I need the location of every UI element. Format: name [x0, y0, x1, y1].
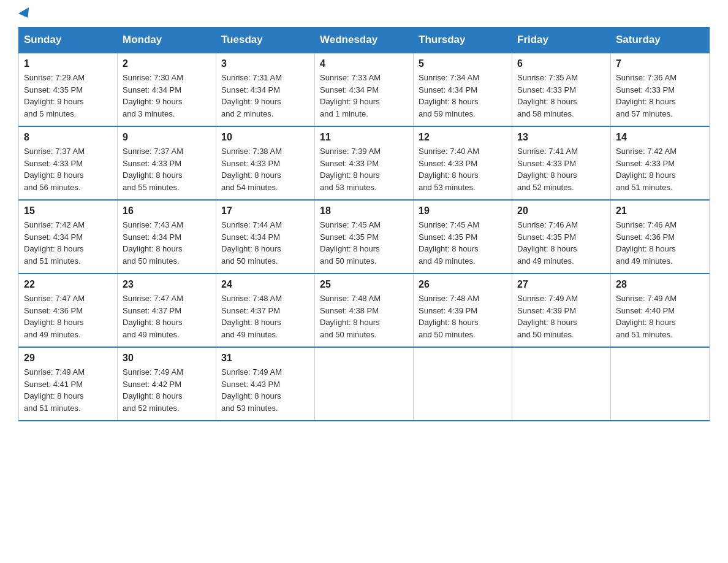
calendar-cell: 15Sunrise: 7:42 AMSunset: 4:34 PMDayligh…: [19, 200, 118, 274]
day-number: 26: [419, 279, 507, 290]
calendar-cell: 12Sunrise: 7:40 AMSunset: 4:33 PMDayligh…: [414, 126, 512, 200]
day-number: 16: [123, 205, 211, 216]
calendar-cell: 10Sunrise: 7:38 AMSunset: 4:33 PMDayligh…: [216, 126, 315, 200]
calendar-cell: [512, 347, 611, 421]
day-number: 6: [517, 58, 605, 69]
calendar-cell: 2Sunrise: 7:30 AMSunset: 4:34 PMDaylight…: [118, 53, 216, 126]
day-number: 14: [616, 132, 704, 143]
day-info: Sunrise: 7:43 AMSunset: 4:34 PMDaylight:…: [123, 219, 211, 267]
day-number: 7: [616, 58, 704, 69]
day-number: 12: [419, 132, 507, 143]
day-info: Sunrise: 7:48 AMSunset: 4:38 PMDaylight:…: [320, 293, 408, 340]
day-number: 28: [616, 279, 704, 290]
day-number: 30: [123, 353, 211, 364]
day-info: Sunrise: 7:36 AMSunset: 4:33 PMDaylight:…: [616, 72, 704, 120]
day-info: Sunrise: 7:45 AMSunset: 4:35 PMDaylight:…: [419, 219, 507, 267]
calendar-cell: 14Sunrise: 7:42 AMSunset: 4:33 PMDayligh…: [611, 126, 710, 200]
day-info: Sunrise: 7:49 AMSunset: 4:40 PMDaylight:…: [616, 293, 704, 340]
day-info: Sunrise: 7:47 AMSunset: 4:37 PMDaylight:…: [123, 293, 211, 340]
day-info: Sunrise: 7:42 AMSunset: 4:34 PMDaylight:…: [24, 219, 112, 267]
calendar-cell: 4Sunrise: 7:33 AMSunset: 4:34 PMDaylight…: [315, 53, 414, 126]
day-info: Sunrise: 7:49 AMSunset: 4:43 PMDaylight:…: [221, 366, 309, 414]
calendar-cell: 19Sunrise: 7:45 AMSunset: 4:35 PMDayligh…: [414, 200, 512, 274]
day-number: 18: [320, 205, 408, 216]
day-number: 5: [419, 58, 507, 69]
day-number: 22: [24, 279, 112, 290]
day-number: 31: [221, 353, 309, 364]
calendar-cell: [414, 347, 512, 421]
week-row-5: 29Sunrise: 7:49 AMSunset: 4:41 PMDayligh…: [19, 347, 710, 421]
col-header-saturday: Saturday: [611, 28, 710, 53]
day-info: Sunrise: 7:33 AMSunset: 4:34 PMDaylight:…: [320, 72, 408, 120]
day-info: Sunrise: 7:37 AMSunset: 4:33 PMDaylight:…: [24, 145, 112, 193]
day-info: Sunrise: 7:40 AMSunset: 4:33 PMDaylight:…: [419, 145, 507, 193]
day-info: Sunrise: 7:47 AMSunset: 4:36 PMDaylight:…: [24, 293, 112, 340]
calendar-cell: 9Sunrise: 7:37 AMSunset: 4:33 PMDaylight…: [118, 126, 216, 200]
day-number: 13: [517, 132, 605, 143]
calendar-cell: 21Sunrise: 7:46 AMSunset: 4:36 PMDayligh…: [611, 200, 710, 274]
day-number: 1: [24, 58, 112, 69]
calendar-cell: 30Sunrise: 7:49 AMSunset: 4:42 PMDayligh…: [118, 347, 216, 421]
day-number: 20: [517, 205, 605, 216]
day-number: 10: [221, 132, 309, 143]
day-number: 17: [221, 205, 309, 216]
calendar-cell: 18Sunrise: 7:45 AMSunset: 4:35 PMDayligh…: [315, 200, 414, 274]
calendar-cell: 11Sunrise: 7:39 AMSunset: 4:33 PMDayligh…: [315, 126, 414, 200]
calendar-cell: 22Sunrise: 7:47 AMSunset: 4:36 PMDayligh…: [19, 274, 118, 347]
day-info: Sunrise: 7:48 AMSunset: 4:37 PMDaylight:…: [221, 293, 309, 340]
calendar-cell: 16Sunrise: 7:43 AMSunset: 4:34 PMDayligh…: [118, 200, 216, 274]
col-header-sunday: Sunday: [19, 28, 118, 53]
calendar-cell: 28Sunrise: 7:49 AMSunset: 4:40 PMDayligh…: [611, 274, 710, 347]
col-header-wednesday: Wednesday: [315, 28, 414, 53]
week-row-3: 15Sunrise: 7:42 AMSunset: 4:34 PMDayligh…: [19, 200, 710, 274]
day-info: Sunrise: 7:49 AMSunset: 4:39 PMDaylight:…: [517, 293, 605, 340]
day-number: 2: [123, 58, 211, 69]
day-number: 11: [320, 132, 408, 143]
col-header-monday: Monday: [118, 28, 216, 53]
header-row: SundayMondayTuesdayWednesdayThursdayFrid…: [19, 28, 710, 53]
logo-triangle-icon: [18, 7, 33, 21]
day-info: Sunrise: 7:29 AMSunset: 4:35 PMDaylight:…: [24, 72, 112, 120]
calendar-cell: 26Sunrise: 7:48 AMSunset: 4:39 PMDayligh…: [414, 274, 512, 347]
day-info: Sunrise: 7:49 AMSunset: 4:41 PMDaylight:…: [24, 366, 112, 414]
day-info: Sunrise: 7:42 AMSunset: 4:33 PMDaylight:…: [616, 145, 704, 193]
day-info: Sunrise: 7:34 AMSunset: 4:34 PMDaylight:…: [419, 72, 507, 120]
day-info: Sunrise: 7:39 AMSunset: 4:33 PMDaylight:…: [320, 145, 408, 193]
day-number: 8: [24, 132, 112, 143]
day-info: Sunrise: 7:48 AMSunset: 4:39 PMDaylight:…: [419, 293, 507, 340]
day-info: Sunrise: 7:49 AMSunset: 4:42 PMDaylight:…: [123, 366, 211, 414]
day-number: 23: [123, 279, 211, 290]
calendar-cell: 8Sunrise: 7:37 AMSunset: 4:33 PMDaylight…: [19, 126, 118, 200]
calendar-cell: 20Sunrise: 7:46 AMSunset: 4:35 PMDayligh…: [512, 200, 611, 274]
day-info: Sunrise: 7:45 AMSunset: 4:35 PMDaylight:…: [320, 219, 408, 267]
calendar-cell: 3Sunrise: 7:31 AMSunset: 4:34 PMDaylight…: [216, 53, 315, 126]
calendar-cell: 13Sunrise: 7:41 AMSunset: 4:33 PMDayligh…: [512, 126, 611, 200]
calendar-cell: [315, 347, 414, 421]
day-info: Sunrise: 7:46 AMSunset: 4:36 PMDaylight:…: [616, 219, 704, 267]
week-row-1: 1Sunrise: 7:29 AMSunset: 4:35 PMDaylight…: [19, 53, 710, 126]
day-number: 15: [24, 205, 112, 216]
week-row-2: 8Sunrise: 7:37 AMSunset: 4:33 PMDaylight…: [19, 126, 710, 200]
day-info: Sunrise: 7:30 AMSunset: 4:34 PMDaylight:…: [123, 72, 211, 120]
page-header: [18, 12, 710, 21]
day-number: 27: [517, 279, 605, 290]
calendar-body: 1Sunrise: 7:29 AMSunset: 4:35 PMDaylight…: [19, 53, 710, 421]
calendar-cell: 5Sunrise: 7:34 AMSunset: 4:34 PMDaylight…: [414, 53, 512, 126]
calendar-cell: 29Sunrise: 7:49 AMSunset: 4:41 PMDayligh…: [19, 347, 118, 421]
calendar-cell: 24Sunrise: 7:48 AMSunset: 4:37 PMDayligh…: [216, 274, 315, 347]
week-row-4: 22Sunrise: 7:47 AMSunset: 4:36 PMDayligh…: [19, 274, 710, 347]
day-info: Sunrise: 7:37 AMSunset: 4:33 PMDaylight:…: [123, 145, 211, 193]
calendar-cell: 17Sunrise: 7:44 AMSunset: 4:34 PMDayligh…: [216, 200, 315, 274]
day-number: 4: [320, 58, 408, 69]
day-info: Sunrise: 7:46 AMSunset: 4:35 PMDaylight:…: [517, 219, 605, 267]
day-number: 19: [419, 205, 507, 216]
calendar-cell: 27Sunrise: 7:49 AMSunset: 4:39 PMDayligh…: [512, 274, 611, 347]
day-number: 3: [221, 58, 309, 69]
day-number: 24: [221, 279, 309, 290]
calendar-header: SundayMondayTuesdayWednesdayThursdayFrid…: [19, 28, 710, 53]
calendar-cell: 31Sunrise: 7:49 AMSunset: 4:43 PMDayligh…: [216, 347, 315, 421]
day-info: Sunrise: 7:41 AMSunset: 4:33 PMDaylight:…: [517, 145, 605, 193]
day-number: 25: [320, 279, 408, 290]
day-info: Sunrise: 7:38 AMSunset: 4:33 PMDaylight:…: [221, 145, 309, 193]
calendar-table: SundayMondayTuesdayWednesdayThursdayFrid…: [18, 27, 710, 421]
